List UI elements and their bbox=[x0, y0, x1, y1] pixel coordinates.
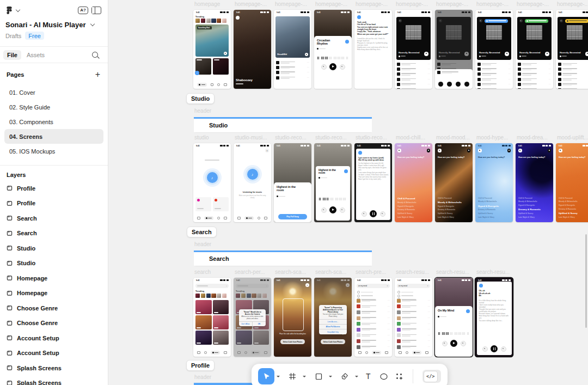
bottom-nav[interactable] bbox=[195, 82, 229, 88]
bottom-nav[interactable] bbox=[357, 350, 390, 356]
frame-homepage-detail[interactable]: 9:41 Slow&Mid ··· ········· bbox=[274, 10, 311, 89]
music-note-icon[interactable]: ♪ bbox=[207, 172, 218, 183]
actions-tool[interactable] bbox=[394, 368, 405, 384]
frame-label[interactable]: homepage-... bbox=[235, 1, 267, 7]
search-input[interactable]: ⌕ bbox=[195, 284, 229, 288]
track-row[interactable]: ··· bbox=[395, 82, 432, 87]
frame-homepage-album-toast-yellow[interactable]: 9:41 Honestly, Nevermind ··· ···········… bbox=[556, 10, 588, 89]
frame-label-header[interactable]: header bbox=[194, 241, 211, 247]
mood-option[interactable]: Late Night & Vibey bbox=[397, 216, 430, 218]
frame-label[interactable]: search-sca... bbox=[275, 269, 306, 275]
layer-item-studio[interactable]: Studio bbox=[0, 256, 108, 271]
dev-mode-icon[interactable]: </> bbox=[424, 371, 438, 382]
result-row[interactable]: ··· bbox=[354, 309, 392, 315]
page-item-style-guide[interactable]: 02. Style Guide bbox=[4, 100, 103, 114]
frame-tool[interactable] bbox=[284, 368, 301, 384]
search-input[interactable]: on my mind✕ bbox=[357, 284, 390, 288]
ai-button[interactable] bbox=[358, 151, 362, 155]
move-tool-chevron-icon[interactable] bbox=[277, 376, 280, 377]
add-page-icon[interactable]: + bbox=[95, 70, 100, 80]
frame-search-scan[interactable]: 9:41 ✕ Place the code within the boundin… bbox=[274, 278, 311, 357]
frame-studio-lyrics[interactable]: 9:41 I got room in my fumes (yeah) She f… bbox=[354, 143, 392, 222]
result-row[interactable]: ··· bbox=[354, 344, 392, 350]
file-title-chevron-icon[interactable] bbox=[90, 22, 94, 26]
select-code-button[interactable]: Select Code from Photos bbox=[280, 339, 305, 344]
frame-label[interactable]: homepage-... bbox=[517, 1, 549, 7]
close-icon[interactable]: ✕ bbox=[265, 149, 269, 152]
artist-thumbnails[interactable] bbox=[195, 294, 226, 298]
ai-button[interactable] bbox=[357, 15, 361, 19]
action-icon[interactable] bbox=[438, 82, 443, 87]
mood-option[interactable]: Moody & Melancholic bbox=[397, 201, 430, 204]
result-row[interactable]: ··· bbox=[354, 338, 392, 344]
mood-option[interactable]: Uplifted & Sunny bbox=[478, 212, 511, 215]
song-photo-card[interactable]: Slow&Mid bbox=[275, 16, 310, 58]
main-menu-chevron-icon[interactable] bbox=[16, 7, 20, 11]
frame-search-results[interactable]: 9:41 on my mind✕ ··· ··· ··· ··· ··· ···… bbox=[354, 278, 392, 357]
move-tool[interactable] bbox=[258, 368, 274, 384]
action-sheet[interactable] bbox=[435, 69, 473, 89]
frame-label[interactable]: homepage-... bbox=[396, 1, 428, 7]
layer-item-studio[interactable]: Studio bbox=[0, 241, 108, 256]
mood-option[interactable]: Hyped & Energetic bbox=[397, 205, 430, 207]
ai-button[interactable] bbox=[466, 309, 470, 313]
canvas-scrollbar[interactable] bbox=[585, 234, 587, 328]
frame-homepage-album-toast-blue[interactable]: 9:41 Honestly, Nevermind ··· ···········… bbox=[475, 10, 513, 89]
frame-homepage-album-menu[interactable]: 9:41 Honestly, Nevermind ··· ······ bbox=[435, 10, 473, 89]
frame-label[interactable]: studio bbox=[194, 135, 209, 140]
frame-homepage-player[interactable]: 9:41 Circadian Rhythm bbox=[314, 10, 352, 89]
dont-allow-button[interactable]: Don't Allow bbox=[239, 322, 252, 326]
frame-label-header[interactable]: header bbox=[194, 108, 211, 114]
frame-label[interactable]: studio-reco... bbox=[275, 135, 307, 140]
pause-button[interactable] bbox=[370, 210, 377, 217]
bottom-nav[interactable] bbox=[195, 216, 229, 221]
figma-logo-icon[interactable] bbox=[5, 7, 13, 14]
layer-item-account-setup[interactable]: Account Setup bbox=[0, 346, 108, 361]
player-controls[interactable] bbox=[435, 340, 473, 347]
comment-tool[interactable] bbox=[378, 368, 390, 384]
mood-option[interactable]: Hyped & Energetic bbox=[518, 204, 551, 206]
frame-homepage-artist[interactable]: 9:41 Shaboozey bbox=[234, 10, 271, 89]
page-item-ios-mockups[interactable]: 05. IOS Mockups bbox=[4, 144, 103, 158]
back-button[interactable] bbox=[478, 149, 482, 152]
mood-option[interactable]: Chill & Focused bbox=[438, 197, 470, 199]
close-button[interactable] bbox=[507, 149, 511, 152]
mood-option[interactable]: Moody & Melancholic bbox=[559, 200, 588, 203]
play-icon[interactable] bbox=[305, 53, 308, 56]
close-icon[interactable]: ✕ bbox=[305, 283, 309, 287]
layer-item-homepage[interactable]: Homepage bbox=[0, 271, 108, 286]
studio-header-frame[interactable]: Studio bbox=[194, 117, 372, 132]
search-icon[interactable] bbox=[92, 52, 98, 58]
frame-label[interactable]: search-resu... bbox=[436, 269, 469, 275]
ai-button[interactable] bbox=[345, 40, 349, 44]
frame-label[interactable]: mood-chill... bbox=[396, 135, 425, 140]
text-tool[interactable]: T bbox=[363, 368, 374, 384]
mood-option[interactable]: Dreamy & Romantic bbox=[518, 208, 551, 211]
frame-label[interactable]: search-resu... bbox=[476, 269, 510, 275]
layer-item-profile[interactable]: Profile bbox=[0, 196, 108, 211]
mood-option[interactable]: Late Night & Vibey bbox=[478, 216, 511, 218]
track-row[interactable]: ··· bbox=[395, 66, 432, 71]
mood-option[interactable]: Late Night & Vibey bbox=[559, 216, 588, 218]
section-label-search[interactable]: Search bbox=[187, 227, 217, 237]
back-button[interactable] bbox=[518, 149, 522, 152]
layer-item-homepage[interactable]: Homepage bbox=[0, 286, 108, 301]
mood-option[interactable]: Hyped & Energetic bbox=[478, 205, 511, 207]
result-row[interactable]: ··· bbox=[354, 315, 392, 321]
limit-access-button[interactable]: Limit Access... bbox=[319, 319, 347, 324]
mood-option[interactable]: Uplifted & Sunny bbox=[559, 212, 588, 215]
frame-label[interactable]: search-resu... bbox=[396, 269, 429, 275]
layer-item-search[interactable]: Search bbox=[0, 226, 108, 241]
player-controls[interactable] bbox=[356, 210, 390, 217]
mood-option[interactable]: Moody & Melancholic bbox=[478, 200, 511, 203]
mood-option[interactable]: Chill & Focused bbox=[478, 197, 511, 199]
track-row[interactable]: ··· bbox=[274, 60, 311, 65]
tab-assets[interactable]: Assets bbox=[23, 50, 48, 60]
close-button[interactable] bbox=[467, 149, 471, 152]
frame-label-header[interactable]: header bbox=[194, 374, 211, 380]
pause-button[interactable] bbox=[491, 345, 498, 352]
frame-label[interactable]: mood-drea... bbox=[517, 135, 548, 140]
mood-option[interactable]: Moody & Melancholic bbox=[438, 201, 470, 204]
play-button[interactable] bbox=[329, 206, 336, 213]
frame-homepage-lyrics[interactable]: 9:41 Yeah, yeah I hit the w**d too hard … bbox=[354, 10, 392, 89]
